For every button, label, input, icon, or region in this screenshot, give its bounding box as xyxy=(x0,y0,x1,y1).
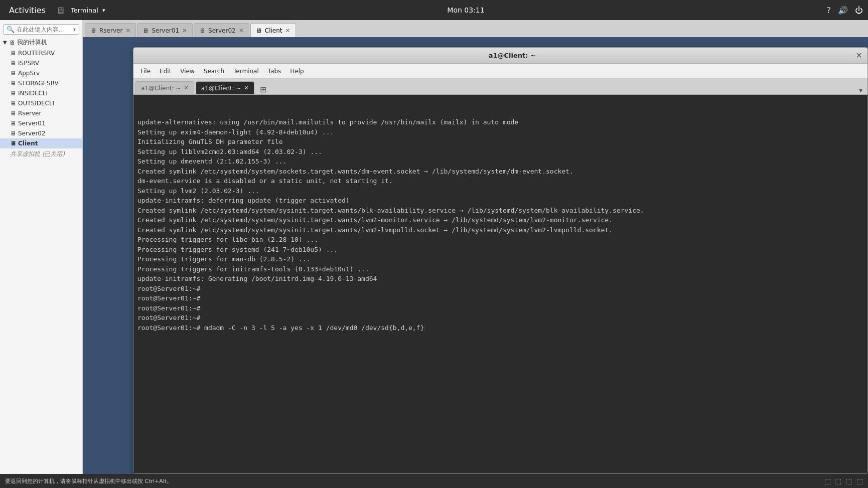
terminal-line: Processing triggers for libc-bin (2.28-1… xyxy=(137,235,863,245)
vm-icon: 🖥 xyxy=(10,130,16,137)
expand-icon: ▼ xyxy=(3,40,7,45)
tab-client[interactable]: 🖥 Client ✕ xyxy=(250,23,296,37)
terminal-line: root@Server01:~# xyxy=(137,293,863,303)
tab-close-rserver[interactable]: ✕ xyxy=(125,28,130,34)
vm-icon: 🖥 xyxy=(10,50,16,57)
menu-help[interactable]: Help xyxy=(286,67,308,76)
terminal-tab-add-button[interactable]: ⊞ xyxy=(258,85,268,94)
bottom-bar-icons: ⬚ ⬚ ⬚ ⬚ xyxy=(824,477,863,485)
my-computer-label: 我的计算机 xyxy=(17,38,47,47)
menu-edit[interactable]: Edit xyxy=(156,67,175,76)
sidebar-item-insidecli[interactable]: 🖥 INSIDECLI xyxy=(0,88,82,98)
terminal-line: root@Server01:~# xyxy=(137,313,863,323)
terminal-tab-label: a1@Client: ~ xyxy=(201,85,241,92)
terminal-tab-close-1[interactable]: ✕ xyxy=(184,85,189,91)
search-input[interactable] xyxy=(17,26,73,33)
sidebar-item-server02[interactable]: 🖥 Server02 xyxy=(0,128,82,138)
bottom-icon-1[interactable]: ⬚ xyxy=(824,477,831,485)
sidebar-item-label: AppSrv xyxy=(18,70,40,77)
sidebar-item-label: INSIDECLI xyxy=(18,90,48,97)
terminal-line: root@Server01:~# xyxy=(137,284,863,294)
menu-view[interactable]: View xyxy=(176,67,198,76)
terminal-line: Setting up exim4-daemon-light (4.92-8+de… xyxy=(137,127,863,137)
terminal-tab-dropdown-button[interactable]: ▾ xyxy=(856,86,865,94)
bottom-icon-4[interactable]: ⬚ xyxy=(856,477,863,485)
sidebar-item-ispsrv[interactable]: 🖥 ISPSRV xyxy=(0,58,82,68)
menu-file[interactable]: File xyxy=(136,67,155,76)
sidebar-item-label: OUTSIDECLI xyxy=(18,100,54,107)
sidebar-item-storagesrv[interactable]: 🖥 STORAGESRV xyxy=(0,78,82,88)
bottom-icon-3[interactable]: ⬚ xyxy=(846,477,852,485)
terminal-line: dm-event.service is a disabled or a stat… xyxy=(137,176,863,186)
terminal-line: Setting up dmeventd (2:1.02.155-3) ... xyxy=(137,156,863,167)
sidebar-item-routersrv[interactable]: 🖥 ROUTERSRV xyxy=(0,48,82,58)
terminal-line: update-initramfs: deferring update (trig… xyxy=(137,196,863,206)
tab-close-server01[interactable]: ✕ xyxy=(182,28,187,34)
power-icon[interactable]: ⏻ xyxy=(855,6,863,15)
sidebar-item-rserver[interactable]: 🖥 Rserver xyxy=(0,108,82,118)
search-dropdown-icon[interactable]: ▾ xyxy=(73,27,76,32)
top-bar-left: Activities 🖥 Terminal ▾ xyxy=(5,5,105,16)
menu-terminal[interactable]: Terminal xyxy=(229,67,263,76)
sidebar-item-shared-vm[interactable]: 共享虚拟机 (已关用) xyxy=(0,148,82,160)
terminal-tab-label: a1@Client: ~ xyxy=(141,85,181,92)
sidebar-my-computer-header[interactable]: ▼ 🖥 我的计算机 xyxy=(0,37,82,48)
tab-rserver[interactable]: 🖥 Rserver ✕ xyxy=(85,23,136,37)
clock-display: Mon 03:11 xyxy=(447,6,484,14)
vm-icon: 🖥 xyxy=(10,90,16,97)
sidebar-item-label: Client xyxy=(18,140,38,147)
terminal-tab-1[interactable]: a1@Client: ~ ✕ xyxy=(135,81,194,94)
menu-search[interactable]: Search xyxy=(200,67,228,76)
tab-label: Server02 xyxy=(208,27,236,34)
activities-button[interactable]: Activities xyxy=(5,6,50,15)
sidebar-search-box[interactable]: 🔍 ▾ xyxy=(3,24,79,35)
computer-icon: 🖥 xyxy=(9,39,15,46)
bottom-status-bar: 要返回到您的计算机，请将鼠标指针从虚拟机中移出或按 Ctrl+Alt。 ⬚ ⬚ … xyxy=(0,474,868,488)
volume-icon[interactable]: 🔊 xyxy=(838,6,848,15)
terminal-tab-2[interactable]: a1@Client: ~ ✕ xyxy=(196,81,254,94)
tab-icon: 🖥 xyxy=(256,27,262,34)
vm-icon: 🖥 xyxy=(10,120,16,127)
vm-icon: 🖥 xyxy=(10,80,16,87)
terminal-close-button[interactable]: ✕ xyxy=(856,51,862,60)
terminal-line: root@Server01:~# xyxy=(137,303,863,313)
terminal-line: update-initramfs: Generating /boot/initr… xyxy=(137,274,863,284)
top-bar-right: ? 🔊 ⏻ xyxy=(827,6,863,15)
terminal-line: root@Server01:~# mdadm -C -n 3 -l 5 -a y… xyxy=(137,323,863,333)
main-content-area: a1@Client: ~ ✕ File Edit View Search Ter… xyxy=(83,37,868,474)
sidebar-item-appsrv[interactable]: 🖥 AppSrv xyxy=(0,68,82,78)
terminal-line: Setting up liblvm2cmd2.03:amd64 (2.03.02… xyxy=(137,147,863,157)
terminal-title-bar: a1@Client: ~ ✕ xyxy=(133,48,867,64)
tab-close-client[interactable]: ✕ xyxy=(285,28,291,34)
tab-close-server02[interactable]: ✕ xyxy=(239,28,244,34)
terminal-tab-close-2[interactable]: ✕ xyxy=(244,85,249,91)
terminal-line: Created symlink /etc/systemd/system/sysi… xyxy=(137,206,863,216)
sidebar-item-outsidecli[interactable]: 🖥 OUTSIDECLI xyxy=(0,98,82,108)
tab-icon: 🖥 xyxy=(90,27,96,34)
vm-icon: 🖥 xyxy=(10,140,16,147)
bottom-icon-2[interactable]: ⬚ xyxy=(835,477,841,485)
tab-icon: 🖥 xyxy=(142,27,149,34)
shared-vm-label: 共享虚拟机 (已关用) xyxy=(10,150,65,158)
tab-label: Rserver xyxy=(99,27,122,34)
terminal-label[interactable]: Terminal xyxy=(71,7,98,14)
menu-tabs[interactable]: Tabs xyxy=(264,67,285,76)
tab-server02[interactable]: 🖥 Server02 ✕ xyxy=(194,23,249,37)
vm-icon: 🖥 xyxy=(10,110,16,117)
sidebar-item-server01[interactable]: 🖥 Server01 xyxy=(0,118,82,128)
terminal-menu-bar: File Edit View Search Terminal Tabs Help xyxy=(133,64,867,79)
sidebar: 🔍 ▾ ▼ 🖥 我的计算机 🖥 ROUTERSRV 🖥 ISPSRV 🖥 App… xyxy=(0,20,83,474)
terminal-line: Processing triggers for initramfs-tools … xyxy=(137,264,863,274)
tab-label: Server01 xyxy=(152,27,179,34)
help-icon[interactable]: ? xyxy=(827,6,831,15)
search-icon: 🔍 xyxy=(7,26,15,33)
terminal-line: Processing triggers for man-db (2.8.5-2)… xyxy=(137,254,863,264)
terminal-output: update-alternatives: using /usr/bin/mail… xyxy=(133,95,867,473)
sidebar-item-client[interactable]: 🖥 Client xyxy=(0,138,82,148)
terminal-arrow-icon[interactable]: ▾ xyxy=(102,7,105,14)
terminal-line: update-alternatives: using /usr/bin/mail… xyxy=(137,117,863,127)
sidebar-item-label: STORAGESRV xyxy=(18,80,59,87)
terminal-line: Setting up lvm2 (2.03.02-3) ... xyxy=(137,186,863,196)
vm-icon: 🖥 xyxy=(10,60,16,67)
tab-server01[interactable]: 🖥 Server01 ✕ xyxy=(137,23,193,37)
